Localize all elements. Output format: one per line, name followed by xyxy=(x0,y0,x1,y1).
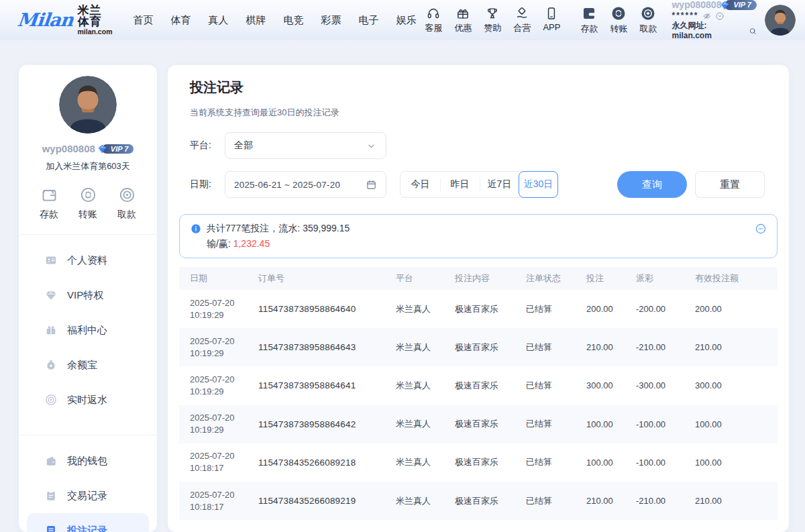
cell-platform: 米兰真人 xyxy=(396,418,455,430)
range-button[interactable]: 今日 xyxy=(400,172,440,197)
platform-label: 平台: xyxy=(190,140,225,152)
sidebar-item-moneybag[interactable]: 余额宝 xyxy=(19,348,157,382)
avatar[interactable] xyxy=(59,76,117,134)
nav-item-3[interactable]: 真人 xyxy=(205,11,231,30)
nav-item-1[interactable]: 首页 xyxy=(129,11,156,30)
cell-payout: -100.00 xyxy=(636,458,695,468)
site-logo[interactable]: Milan 米兰体育 milan.com xyxy=(17,5,112,36)
sidebar-item-rebate[interactable]: 实时返水 xyxy=(19,382,157,417)
date-range-value: 2025-06-21 ~ 2025-07-20 xyxy=(234,180,366,190)
username: wyp080808 xyxy=(672,0,721,11)
permanent-url-text: 永久网址: milan.com xyxy=(672,21,745,41)
eye-off-icon[interactable] xyxy=(702,11,712,21)
divider xyxy=(19,234,157,235)
calendar-icon[interactable] xyxy=(366,179,377,191)
nav-item-6[interactable]: 彩票 xyxy=(317,11,344,30)
cell-bet: 210.00 xyxy=(586,496,636,506)
avatar[interactable] xyxy=(765,5,796,36)
cell-date: 2025-07-2010:19:29 xyxy=(179,374,258,398)
range-button[interactable]: 昨日 xyxy=(440,172,480,197)
nav-item-8[interactable]: 娱乐 xyxy=(392,11,419,30)
cell-date: 2025-07-2010:19:29 xyxy=(179,297,258,321)
cell-bet: 200.00 xyxy=(586,304,636,314)
sidebar-item-docfile[interactable]: 投注记录 xyxy=(27,513,149,532)
sidebar-item-label: VIP特权 xyxy=(67,289,103,302)
sidebar-item-gem[interactable]: VIP特权 xyxy=(19,278,157,313)
sidebar-item-idcard[interactable]: 个人资料 xyxy=(19,243,157,278)
moneybag-icon xyxy=(44,358,58,372)
cell-content: 极速百家乐 xyxy=(455,495,526,507)
cell-order: 1154738738958864640 xyxy=(258,304,396,314)
cell-date: 2025-07-2010:19:29 xyxy=(179,412,258,436)
header-link-coop[interactable]: 合营 xyxy=(508,6,536,34)
summary-banner: 共计777笔投注，流水: 359,999.15 输/赢: 1,232.45 xyxy=(179,214,777,258)
date-range-input[interactable]: 2025-06-21 ~ 2025-07-20 xyxy=(225,171,386,198)
cell-content: 极速百家乐 xyxy=(455,418,526,430)
nav-item-7[interactable]: 电子 xyxy=(355,11,382,30)
quick-action-syncO[interactable]: 转账 xyxy=(74,186,102,221)
logo-domain-text: milan.com xyxy=(78,28,113,36)
header-link-walletF[interactable]: 存款 xyxy=(575,5,603,35)
join-days-text: 加入米兰体育第603天 xyxy=(19,160,157,172)
sidebar-item-clipboard[interactable]: 交易记录 xyxy=(19,478,157,513)
header-link-targetF-label: 取款 xyxy=(639,23,657,35)
sidebar-item-label: 交易记录 xyxy=(67,490,107,502)
vip-diamond-icon xyxy=(719,0,731,11)
header-link-targetF[interactable]: 取款 xyxy=(634,5,662,35)
search-button[interactable]: 查询 xyxy=(617,171,687,198)
header-link-gift-label: 优惠 xyxy=(454,22,472,34)
header-link-trophy[interactable]: 赞助 xyxy=(478,6,506,34)
table-header-row: 日期订单号平台投注内容注单状态投注派彩有效投注额 xyxy=(179,267,777,290)
cell-platform: 米兰真人 xyxy=(396,380,455,392)
quick-action-walletO-label: 存款 xyxy=(40,209,58,221)
cell-valid: 200.00 xyxy=(695,304,777,314)
platform-select[interactable]: 全部 xyxy=(225,132,386,159)
page-subtitle: 当前系统支持查询最近30日的投注记录 xyxy=(190,107,767,119)
table-header-cell: 投注内容 xyxy=(455,272,526,284)
header-link-walletF-label: 存款 xyxy=(580,23,598,35)
sidebar: wyp080808 VIP 7 加入米兰体育第603天 存款转账取款 个人资料V… xyxy=(19,65,157,532)
cell-order: 1154738435266089219 xyxy=(258,496,396,506)
sidebar-item-welfare[interactable]: 福利中心 xyxy=(19,313,157,348)
idcard-icon xyxy=(44,254,58,267)
reset-button[interactable]: 重置 xyxy=(695,171,765,198)
header-link-syncF[interactable]: 转账 xyxy=(604,5,633,35)
table-row: 2025-07-2010:19:291154738738958864640米兰真… xyxy=(179,290,777,328)
sidebar-item-mywallet[interactable]: 我的钱包 xyxy=(19,443,157,478)
collapse-icon[interactable] xyxy=(755,223,767,235)
cell-payout: -300.00 xyxy=(636,380,695,390)
table-header-cell: 订单号 xyxy=(258,272,396,284)
cell-date: 2025-07-2010:18:17 xyxy=(179,450,258,474)
search-icon[interactable] xyxy=(749,27,757,36)
cell-order: 1154738738958864641 xyxy=(258,380,396,390)
header-link-gift[interactable]: 优惠 xyxy=(449,6,477,34)
balance-dropdown-icon[interactable] xyxy=(715,11,724,21)
nav-item-5[interactable]: 电竞 xyxy=(280,11,307,30)
range-button[interactable]: 近7日 xyxy=(480,172,519,197)
header-link-phone-label: APP xyxy=(543,22,560,32)
header-link-trophy-label: 赞助 xyxy=(484,22,501,34)
cell-content: 极速百家乐 xyxy=(455,456,526,468)
cell-valid: 100.00 xyxy=(695,419,777,429)
quick-action-walletO[interactable]: 存款 xyxy=(35,186,63,221)
page-title: 投注记录 xyxy=(190,78,767,97)
quick-action-targetO[interactable]: 取款 xyxy=(113,186,141,221)
table-row: 2025-07-2010:18:171154738435266089219米兰真… xyxy=(179,482,777,520)
vip-diamond-icon xyxy=(97,143,108,154)
cell-status: 已结算 xyxy=(526,456,586,468)
header-link-coop-label: 合营 xyxy=(513,22,531,34)
header-link-headset[interactable]: 客服 xyxy=(419,6,447,34)
range-button[interactable]: 近30日 xyxy=(519,171,558,198)
nav-item-2[interactable]: 体育 xyxy=(167,11,194,30)
headset-icon xyxy=(426,6,441,21)
cell-status: 已结算 xyxy=(526,418,586,430)
nav-item-4[interactable]: 棋牌 xyxy=(242,11,269,30)
mywallet-icon xyxy=(44,454,58,468)
sidebar-item-label: 余额宝 xyxy=(67,359,97,372)
table-header-cell: 有效投注额 xyxy=(695,272,777,284)
vip-badge: VIP 7 xyxy=(724,0,757,10)
date-filter-row: 日期: 2025-06-21 ~ 2025-07-20 今日昨日近7日近30日 … xyxy=(190,171,767,198)
header-link-phone[interactable]: APP xyxy=(537,6,566,34)
cell-status: 已结算 xyxy=(526,380,586,392)
info-icon xyxy=(191,223,201,234)
